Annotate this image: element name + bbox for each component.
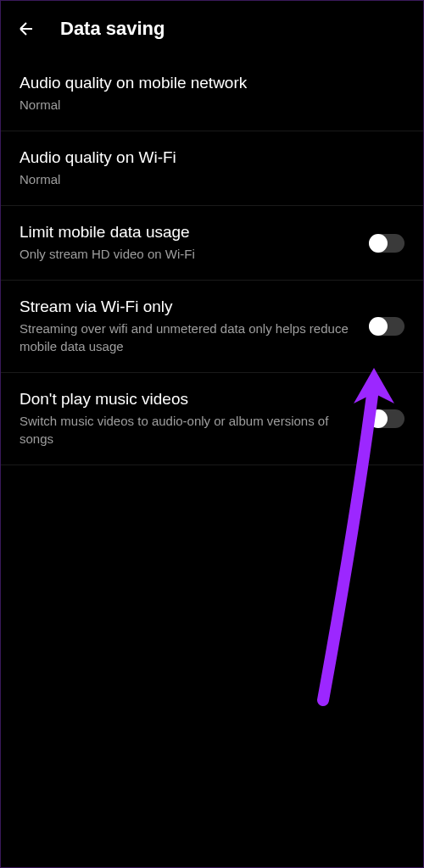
toggle-knob bbox=[369, 409, 388, 428]
settings-list: Audio quality on mobile network Normal A… bbox=[1, 57, 423, 465]
setting-title: Stream via Wi-Fi only bbox=[20, 298, 355, 316]
setting-subtitle: Normal bbox=[20, 170, 404, 188]
setting-text: Audio quality on Wi-Fi Normal bbox=[20, 148, 404, 188]
setting-subtitle: Normal bbox=[20, 96, 404, 114]
toggle-dont-play-videos[interactable] bbox=[369, 409, 404, 428]
toggle-stream-wifi-only[interactable] bbox=[369, 317, 404, 336]
toggle-knob bbox=[369, 317, 388, 336]
setting-text: Limit mobile data usage Only stream HD v… bbox=[20, 223, 355, 263]
setting-text: Stream via Wi-Fi only Streaming over wif… bbox=[20, 298, 355, 355]
page-title: Data saving bbox=[60, 18, 165, 40]
setting-subtitle: Streaming over wifi and unmetered data o… bbox=[20, 320, 355, 355]
setting-title: Audio quality on Wi-Fi bbox=[20, 148, 404, 167]
toggle-limit-mobile-data[interactable] bbox=[369, 234, 404, 253]
setting-audio-wifi[interactable]: Audio quality on Wi-Fi Normal bbox=[1, 131, 423, 206]
setting-text: Audio quality on mobile network Normal bbox=[20, 74, 404, 114]
setting-title: Limit mobile data usage bbox=[20, 223, 355, 242]
setting-text: Don't play music videos Switch music vid… bbox=[20, 390, 355, 448]
setting-limit-mobile-data[interactable]: Limit mobile data usage Only stream HD v… bbox=[1, 206, 423, 281]
setting-stream-wifi-only[interactable]: Stream via Wi-Fi only Streaming over wif… bbox=[1, 281, 423, 373]
setting-title: Don't play music videos bbox=[20, 390, 355, 409]
setting-subtitle: Switch music videos to audio-only or alb… bbox=[20, 412, 355, 448]
back-arrow-icon[interactable] bbox=[16, 19, 36, 39]
header: Data saving bbox=[1, 1, 423, 57]
toggle-knob bbox=[369, 234, 388, 253]
setting-subtitle: Only stream HD video on Wi-Fi bbox=[20, 245, 355, 263]
setting-audio-mobile[interactable]: Audio quality on mobile network Normal bbox=[1, 57, 423, 131]
setting-title: Audio quality on mobile network bbox=[20, 74, 404, 92]
setting-dont-play-videos[interactable]: Don't play music videos Switch music vid… bbox=[1, 373, 423, 465]
